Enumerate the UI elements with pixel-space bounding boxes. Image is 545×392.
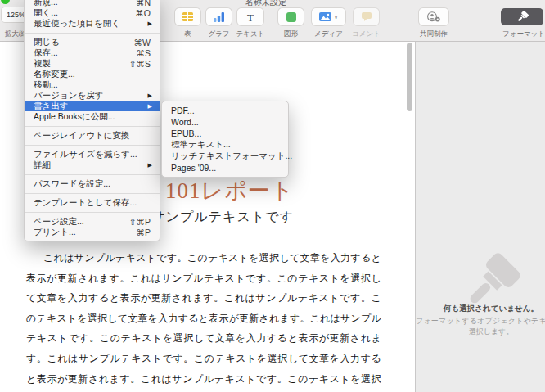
menu-separator (25, 145, 160, 146)
menu-item-publish-apple-books[interactable]: Apple Booksに公開... (25, 111, 160, 122)
toolbar-label-media: メディア (310, 29, 347, 39)
menu-item-page-setup[interactable]: ページ設定...⇧⌘P (25, 216, 160, 227)
toolbar-button-table[interactable] (175, 8, 200, 25)
toolbar-label-format: フォーマット (502, 29, 545, 39)
submenu-item-pdf[interactable]: PDF... (162, 105, 288, 116)
document-body-text: これはサンプルテキストです。このテキストを選択して文章を入力すると表示が更新され… (26, 248, 381, 392)
toolbar-label-table: 表 (175, 29, 200, 39)
toolbar-button-media[interactable]: ∨ (312, 8, 345, 25)
menu-item-advanced[interactable]: 詳細▶ (25, 160, 160, 170)
media-icon (319, 12, 331, 21)
toolbar-label-text: テキスト (235, 29, 266, 39)
svg-text:T: T (247, 12, 254, 22)
menu-item-revert-to[interactable]: バージョンを戻す▶ (25, 90, 160, 101)
toolbar-button-format[interactable] (501, 8, 543, 25)
file-menu: 新規...⌘N 開く...⌘O 最近使った項目を開く▶ 閉じる⌘W 保存...⌘… (24, 0, 160, 241)
traffic-light-green[interactable] (1, 0, 10, 4)
chart-icon (214, 12, 224, 22)
toolbar-button-collaborate[interactable] (419, 8, 448, 25)
submenu-item-word[interactable]: Word... (162, 116, 288, 128)
toolbar-button-comment (354, 8, 379, 25)
export-submenu: PDF... Word... EPUB... 標準テキスト... リッチテキスト… (161, 101, 289, 178)
menu-item-rename[interactable]: 名称変更... (25, 69, 160, 79)
format-sidebar: 何も選択されていません。 フォーマットするオブジェクトやテキストを 選択します。 (416, 42, 545, 392)
menu-item-save[interactable]: 保存...⌘S (25, 47, 160, 58)
toolbar-button-shape[interactable] (278, 8, 304, 25)
shape-icon (286, 12, 296, 22)
chevron-down-icon: ∨ (334, 14, 338, 20)
toolbar-label-shape: 図形 (276, 29, 306, 39)
menu-item-close[interactable]: 閉じる⌘W (25, 37, 160, 47)
toolbar-label-collaborate: 共同制作 (416, 29, 452, 39)
text-icon: T (245, 12, 255, 22)
submenu-item-epub[interactable]: EPUB... (162, 128, 288, 139)
window-title: 名称未設定 (245, 0, 286, 8)
menu-item-export-to[interactable]: 書き出す▶ (25, 101, 160, 111)
menu-separator (25, 126, 160, 127)
submenu-item-plain-text[interactable]: 標準テキスト... (162, 139, 288, 151)
menu-item-duplicate[interactable]: 複製⇧⌘S (25, 58, 160, 69)
zoom-value: 125% (7, 11, 25, 19)
menu-item-open-recent[interactable]: 最近使った項目を開く▶ (25, 18, 160, 29)
toolbar-label-chart: グラフ (204, 29, 234, 39)
sidebar-empty-title: 何も選択されていません。 (416, 304, 545, 314)
paintbrush-icon (516, 11, 529, 23)
vertical-scrollbar[interactable] (407, 43, 412, 111)
menu-separator (25, 212, 160, 213)
menu-item-set-password[interactable]: パスワードを設定... (25, 178, 160, 189)
collaborate-icon (426, 11, 441, 22)
submenu-arrow-icon: ▶ (148, 103, 152, 110)
table-icon (182, 12, 193, 21)
sidebar-empty-description-line1: フォーマットするオブジェクトやテキストを (416, 316, 545, 327)
menu-item-move-to[interactable]: 移動... (25, 79, 160, 90)
menu-item-print[interactable]: プリント...⌘P (25, 227, 160, 237)
submenu-item-rtf[interactable]: リッチテキストフォーマット... (162, 151, 288, 162)
toolbar-label-comment: コメント (351, 29, 381, 39)
submenu-arrow-icon: ▶ (148, 92, 152, 99)
submenu-arrow-icon: ▶ (148, 162, 152, 169)
submenu-item-pages-09[interactable]: Pages '09... (162, 162, 288, 173)
sidebar-empty-description-line2: 選択します。 (416, 327, 545, 337)
menu-item-open[interactable]: 開く...⌘O (25, 7, 160, 18)
submenu-arrow-icon: ▶ (148, 20, 152, 27)
menu-separator (25, 174, 160, 175)
comment-icon (362, 12, 372, 21)
menu-item-convert-page-layout[interactable]: ページレイアウトに変換 (25, 130, 160, 141)
menu-item-reduce-file-size[interactable]: ファイルサイズを減らす... (25, 149, 160, 160)
menu-separator (25, 193, 160, 194)
toolbar-button-chart[interactable] (206, 8, 232, 25)
menu-item-save-as-template[interactable]: テンプレートとして保存... (25, 197, 160, 208)
toolbar-button-text[interactable]: T (237, 8, 263, 25)
document-title: 101レポート (165, 176, 294, 205)
menu-separator (25, 33, 160, 34)
